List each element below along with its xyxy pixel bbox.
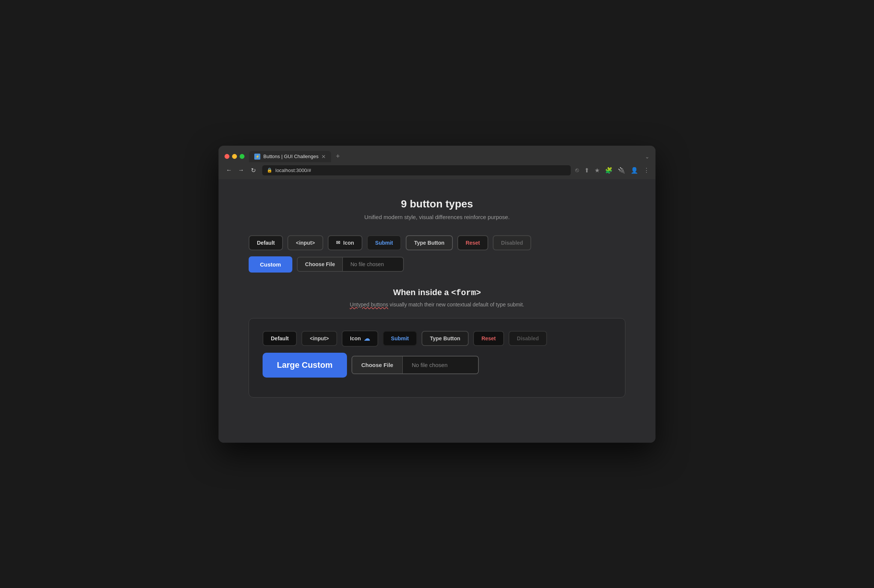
form-tag: <form> (451, 288, 481, 298)
url-text: localhost:3000/# (275, 168, 311, 173)
large-custom-button[interactable]: Large Custom (263, 353, 347, 378)
form-box: Default Icon ☁ Submit Type Button Reset … (249, 318, 625, 398)
url-bar[interactable]: 🔒 localhost:3000/# (262, 165, 571, 175)
account-icon[interactable]: 👤 (631, 167, 638, 174)
bookmark-icon[interactable]: ★ (594, 167, 600, 174)
tab-title: Buttons | GUI Challenges (263, 154, 318, 159)
form-section-title-prefix: When inside a (393, 288, 451, 297)
form-file-no-chosen-text: No file chosen (403, 356, 478, 373)
form-section-subtitle: Untyped buttons visually match their new… (249, 302, 625, 308)
default-button[interactable]: Default (249, 235, 283, 250)
browser-toolbar: ⎋ ⬆ ★ 🧩 🔌 👤 ⋮ (575, 167, 649, 174)
reload-button[interactable]: ↻ (249, 167, 258, 174)
form-input-button[interactable] (301, 331, 337, 346)
input-button[interactable] (287, 235, 323, 250)
nav-buttons: ← → ↻ (225, 167, 258, 174)
envelope-icon: ✉ (336, 240, 340, 245)
file-no-chosen-text: No file chosen (343, 257, 403, 271)
active-tab[interactable]: ⚡ Buttons | GUI Challenges ✕ (249, 151, 331, 162)
disabled-button: Disabled (493, 235, 531, 250)
maximize-button[interactable] (240, 154, 244, 159)
form-button-row-1: Default Icon ☁ Submit Type Button Reset … (263, 331, 611, 347)
button-row-1: Default ✉ Icon Submit Type Button Reset … (249, 235, 625, 250)
page-title: 9 button types (249, 198, 625, 210)
close-button[interactable] (225, 154, 229, 159)
address-bar: ← → ↻ 🔒 localhost:3000/# ⎋ ⬆ ★ 🧩 🔌 👤 ⋮ (218, 162, 656, 179)
file-input-group: Choose File No file chosen (297, 257, 404, 272)
reset-button[interactable]: Reset (457, 235, 488, 250)
form-button-row-2: Large Custom Choose File No file chosen (263, 353, 611, 378)
tab-expand-icon: ⌄ (645, 154, 649, 160)
form-disabled-button: Disabled (509, 331, 547, 346)
form-section-title: When inside a <form> (249, 288, 625, 298)
cloud-icon: ☁ (364, 335, 370, 342)
menu-icon[interactable]: ⋮ (643, 167, 649, 174)
puzzle-icon[interactable]: 🔌 (618, 167, 625, 174)
form-default-button[interactable]: Default (263, 331, 297, 346)
custom-button[interactable]: Custom (249, 256, 292, 273)
browser-window: ⚡ Buttons | GUI Challenges ✕ + ⌄ ← → ↻ 🔒… (218, 146, 656, 443)
lock-icon: 🔒 (267, 168, 272, 173)
button-row-2: Custom Choose File No file chosen (249, 256, 625, 273)
share-icon[interactable]: ⬆ (584, 167, 589, 174)
tab-bar: ⚡ Buttons | GUI Challenges ✕ + ⌄ (249, 151, 649, 162)
choose-file-button[interactable]: Choose File (298, 257, 343, 271)
external-link-icon[interactable]: ⎋ (575, 167, 579, 174)
form-subtitle-rest: visually match their new contextual defa… (388, 302, 524, 308)
form-reset-button[interactable]: Reset (473, 331, 504, 346)
traffic-lights (225, 154, 244, 159)
form-submit-button[interactable]: Submit (383, 331, 417, 346)
untyped-buttons-text: Untyped buttons (350, 302, 388, 308)
minimize-button[interactable] (232, 154, 237, 159)
tab-close-icon[interactable]: ✕ (321, 154, 326, 160)
icon-button[interactable]: ✉ Icon (328, 235, 362, 250)
type-button[interactable]: Type Button (406, 235, 453, 250)
form-file-input-group: Choose File No file chosen (351, 356, 479, 374)
form-choose-file-button[interactable]: Choose File (352, 356, 403, 373)
new-tab-button[interactable]: + (333, 151, 343, 162)
page-content: 9 button types Unified modern style, vis… (218, 179, 656, 443)
page-subtitle: Unified modern style, visual differences… (249, 214, 625, 220)
forward-button[interactable]: → (237, 167, 246, 174)
tab-favicon: ⚡ (254, 154, 260, 160)
extensions-icon[interactable]: 🧩 (605, 167, 613, 174)
form-type-button[interactable]: Type Button (422, 331, 469, 346)
back-button[interactable]: ← (225, 167, 234, 174)
title-bar: ⚡ Buttons | GUI Challenges ✕ + ⌄ (218, 146, 656, 162)
form-icon-button[interactable]: Icon ☁ (342, 331, 378, 347)
submit-button[interactable]: Submit (367, 235, 401, 250)
